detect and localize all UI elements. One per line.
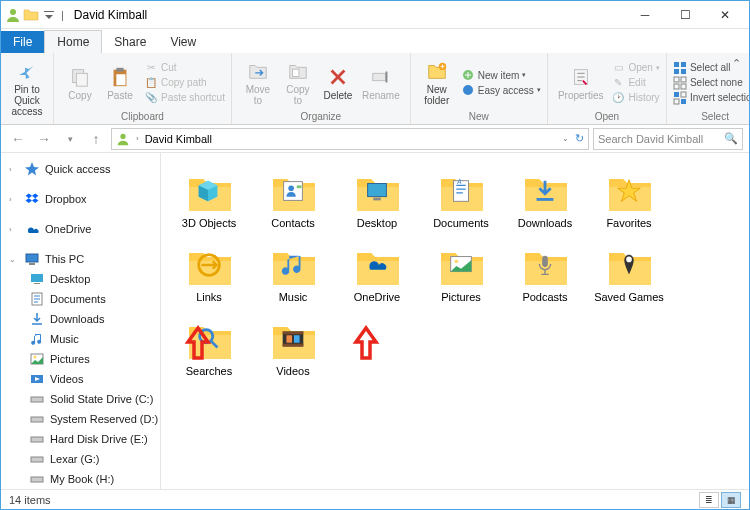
folder-icon [435,167,487,215]
invert-selection-button[interactable]: Invert selection [673,91,750,105]
svg-rect-36 [31,417,43,422]
new-folder-button[interactable]: New folder [417,55,457,110]
icons-view-button[interactable]: ▦ [721,492,741,508]
tab-file[interactable]: File [1,31,44,53]
folder-icon [267,167,319,215]
nav-documents[interactable]: Documents [1,289,160,309]
rename-button[interactable]: Rename [358,55,404,110]
folder-item[interactable]: Desktop [337,163,417,233]
nav-music[interactable]: Music [1,329,160,349]
svg-rect-9 [385,71,387,82]
folder-item[interactable]: Videos [253,311,333,381]
tab-share[interactable]: Share [102,31,158,53]
details-view-button[interactable]: ≣ [699,492,719,508]
properties-button[interactable]: Properties [554,55,608,110]
nav-downloads[interactable]: Downloads [1,309,160,329]
qat-dropdown-icon[interactable] [41,7,57,23]
new-item-button[interactable]: New item ▾ [461,68,541,82]
paste-shortcut-button[interactable]: 📎Paste shortcut [144,91,225,105]
svg-rect-8 [373,73,386,80]
svg-rect-22 [674,92,679,97]
refresh-icon[interactable]: ↻ [575,132,584,145]
nav-ssd[interactable]: Solid State Drive (C:) [1,389,160,409]
navigation-bar: ← → ▾ ↑ › David Kimball ⌄ ↻ Search David… [1,125,749,153]
nav-videos[interactable]: Videos [1,369,160,389]
folder-icon [183,241,235,289]
forward-button[interactable]: → [33,128,55,150]
nav-sysres[interactable]: System Reserved (D:) [1,409,160,429]
search-icon: 🔍 [724,132,738,145]
copy-button[interactable]: Copy [60,55,100,110]
address-bar[interactable]: › David Kimball ⌄ ↻ [111,128,589,150]
folder-icon [183,167,235,215]
folder-item[interactable]: 3D Objects [169,163,249,233]
folder-icon [603,241,655,289]
nav-lexar[interactable]: Lexar (G:) [1,449,160,469]
recent-locations-button[interactable]: ▾ [59,128,81,150]
annotation-arrow [351,325,381,361]
folder-item[interactable]: Saved Games [589,237,669,307]
edit-button[interactable]: ✎Edit [611,76,659,90]
nav-this-pc[interactable]: ⌄This PC [1,249,160,269]
folder-item[interactable]: Links [169,237,249,307]
folder-label: 3D Objects [182,217,236,229]
open-group-label: Open [554,110,660,124]
easy-access-button[interactable]: Easy access ▾ [461,83,541,97]
delete-button[interactable]: Delete [318,55,358,110]
copy-path-button[interactable]: 📋Copy path [144,76,225,90]
folder-item[interactable]: Favorites [589,163,669,233]
search-input[interactable]: Search David Kimball 🔍 [593,128,743,150]
paste-button[interactable]: Paste [100,55,140,110]
folder-icon [519,167,571,215]
maximize-button[interactable]: ☐ [665,2,705,28]
svg-rect-1 [44,11,54,12]
nav-desktop[interactable]: Desktop [1,269,160,289]
move-to-button[interactable]: Move to [238,55,278,110]
copy-to-button[interactable]: Copy to [278,55,318,110]
folder-icon [519,241,571,289]
folder-label: Podcasts [522,291,567,303]
collapse-ribbon-icon[interactable]: ⌃ [732,57,741,70]
svg-rect-5 [116,67,123,71]
nav-pictures[interactable]: Pictures [1,349,160,369]
folder-item[interactable]: Documents [421,163,501,233]
svg-rect-29 [31,274,43,282]
tab-view[interactable]: View [158,31,208,53]
folder-label: Contacts [271,217,314,229]
up-button[interactable]: ↑ [85,128,107,150]
select-none-button[interactable]: Select none [673,76,750,90]
svg-rect-28 [29,263,35,265]
nav-quick-access[interactable]: ›Quick access [1,159,160,179]
folder-item[interactable]: Pictures [421,237,501,307]
folder-item[interactable]: Music [253,237,333,307]
breadcrumb-current[interactable]: David Kimball [145,133,212,145]
folder-item[interactable]: Downloads [505,163,585,233]
chevron-right-icon[interactable]: › [134,134,141,143]
folder-icon [267,241,319,289]
folder-item[interactable]: OneDrive [337,237,417,307]
close-button[interactable]: ✕ [705,2,745,28]
organize-group-label: Organize [238,110,404,124]
minimize-button[interactable]: ─ [625,2,665,28]
open-button[interactable]: ▭Open ▾ [611,61,659,75]
nav-dropbox[interactable]: ›Dropbox [1,189,160,209]
nav-onedrive[interactable]: ›OneDrive [1,219,160,239]
folder-label: Desktop [357,217,397,229]
folder-item[interactable]: Podcasts [505,237,585,307]
history-button[interactable]: 🕑History [611,91,659,105]
nav-mybook[interactable]: My Book (H:) [1,469,160,489]
svg-rect-38 [31,457,43,462]
folder-view[interactable]: 3D Objects Contacts Desktop Documents Do… [161,153,749,489]
folder-icon [267,315,319,363]
address-dropdown-icon[interactable]: ⌄ [560,134,571,143]
ribbon-tabs: File Home Share View [1,29,749,53]
back-button[interactable]: ← [7,128,29,150]
cut-button[interactable]: ✂Cut [144,61,225,75]
clipboard-group-label: Clipboard [60,110,225,124]
pin-to-quick-access-button[interactable]: Pin to Quick access [7,55,47,121]
tab-home[interactable]: Home [44,30,102,53]
folder-item[interactable]: Contacts [253,163,333,233]
folder-label: Downloads [518,217,572,229]
qat-separator: | [61,9,64,21]
nav-hdd[interactable]: Hard Disk Drive (E:) [1,429,160,449]
